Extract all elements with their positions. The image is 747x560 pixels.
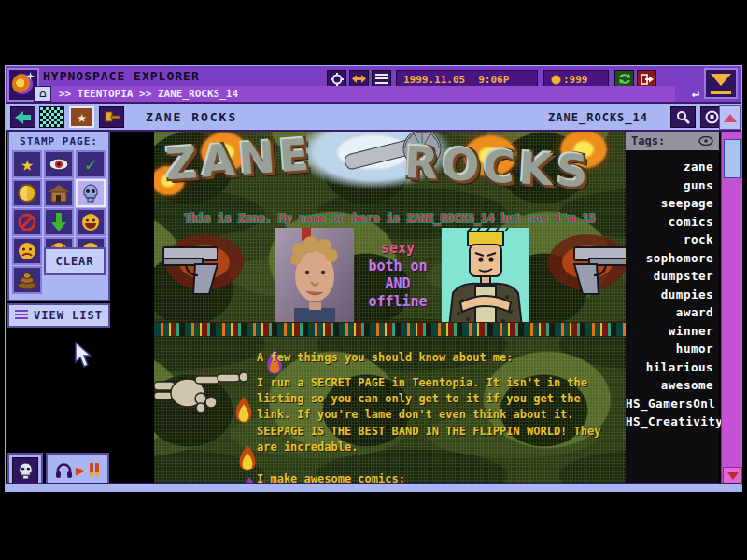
- breadcrumb[interactable]: >> TEENTOPIA >> ZANE_ROCKS_14: [51, 86, 675, 102]
- flame-icon: [233, 397, 255, 425]
- scroll-down-button[interactable]: [723, 467, 742, 484]
- scrollbar-thumb[interactable]: [724, 139, 741, 178]
- stamp-sad-face[interactable]: [12, 237, 42, 265]
- home-icon: ⌂: [39, 87, 46, 100]
- tag[interactable]: zane: [626, 158, 719, 176]
- stamp-eye[interactable]: [44, 150, 74, 178]
- tag[interactable]: guns: [626, 176, 719, 195]
- pulldown-button[interactable]: [704, 68, 738, 99]
- tags-label: Tags:: [631, 134, 665, 147]
- stamp-poop[interactable]: [12, 266, 42, 294]
- caption-line: sexy: [356, 240, 440, 258]
- date-text: 1999.11.05: [403, 74, 465, 86]
- stamp-mode-button[interactable]: ★: [69, 106, 94, 128]
- tag[interactable]: awesome: [626, 376, 719, 395]
- clear-stamps-button[interactable]: CLEAR: [44, 247, 106, 275]
- stamp-house[interactable]: [44, 179, 74, 207]
- laughing-face-icon: [81, 213, 100, 231]
- time-text: 9:06P: [478, 74, 509, 86]
- coin-icon: [18, 184, 36, 203]
- secret-page-paragraph: I run a SECRET PAGE in Teentopia. It isn…: [257, 375, 593, 423]
- stamp-panel-header: STAMP PAGE:: [9, 132, 108, 147]
- view-list-button[interactable]: VIEW LIST: [7, 303, 110, 328]
- back-arrow-icon: [15, 111, 32, 124]
- coin-icon: [551, 75, 561, 85]
- pistol-left-icon: [158, 229, 251, 301]
- flame-icon: [236, 445, 259, 473]
- stamp-skull[interactable]: [76, 179, 106, 207]
- eye-icon[interactable]: [698, 136, 713, 146]
- pause-button[interactable]: [88, 462, 99, 480]
- tag[interactable]: HS_GamersOnl: [626, 395, 719, 413]
- star-icon: ★: [77, 109, 86, 125]
- hamburger-icon: [375, 74, 388, 84]
- stamp-star[interactable]: ★: [12, 150, 42, 178]
- poop-icon: [17, 271, 37, 289]
- pattern-view-button[interactable]: [39, 106, 64, 128]
- skull-icon: [82, 184, 99, 203]
- tag-list: zane guns seepage comics rock sophomore …: [626, 150, 719, 431]
- search-button[interactable]: [670, 106, 696, 128]
- skull-well: [12, 457, 38, 483]
- pulldown-triangle-icon: [711, 74, 731, 86]
- titlebar: HYPNOSPACE EXPLORER 1999.11.05 9:06P: [6, 66, 741, 104]
- sync-arrows-icon: [618, 73, 631, 85]
- tag[interactable]: HS_Creativity: [626, 413, 719, 431]
- intro-line: This is Zane. My name on here is ZANE_RO…: [154, 212, 626, 225]
- gear-icon: [331, 73, 344, 86]
- house-icon: [49, 185, 69, 203]
- tag[interactable]: rock: [626, 231, 719, 249]
- stamp-forbidden[interactable]: [12, 208, 42, 236]
- play-button[interactable]: ▶: [76, 464, 84, 478]
- gavel-icon: [104, 110, 120, 124]
- return-arrow-icon: ↵: [692, 86, 699, 100]
- stamp-down-arrow[interactable]: [44, 208, 74, 236]
- list-icon: [15, 310, 28, 321]
- sad-face-icon: [18, 242, 36, 260]
- scroll-up-button[interactable]: [719, 105, 741, 130]
- tag[interactable]: humor: [626, 340, 719, 358]
- caption-line: offline: [356, 293, 440, 311]
- page-id: ZANE_ROCKS_14: [548, 111, 648, 124]
- tag[interactable]: seepage: [626, 194, 719, 213]
- caption-line: both on: [356, 258, 440, 275]
- tag[interactable]: comics: [626, 213, 719, 231]
- down-triangle-icon: [727, 472, 739, 480]
- stamp-check[interactable]: ✓: [76, 150, 106, 178]
- hypnospace-explorer-window: HYPNOSPACE EXPLORER 1999.11.05 9:06P: [5, 65, 742, 492]
- up-triangle-icon: [724, 114, 737, 122]
- zane-cartoon-drawing: [442, 228, 529, 328]
- home-button[interactable]: ⌂: [34, 86, 51, 102]
- report-button[interactable]: [99, 106, 124, 128]
- breadcrumb-row: ⌂ >> TEENTOPIA >> ZANE_ROCKS_14: [34, 86, 675, 102]
- webpage-content: ZANE ROCKS This is Zane. My name on here…: [154, 132, 626, 486]
- view-list-label: VIEW LIST: [34, 309, 103, 322]
- screen: HYPNOSPACE EXPLORER 1999.11.05 9:06P: [0, 0, 747, 560]
- photo-caption: sexy both on AND offline: [356, 240, 440, 311]
- tag[interactable]: dumpster: [626, 267, 719, 286]
- down-arrow-icon: [51, 213, 66, 231]
- horizontal-arrows-icon: [352, 74, 366, 84]
- stamp-panel: STAMP PAGE: ★ ✓: [7, 132, 110, 301]
- star-icon: ★: [21, 154, 33, 175]
- back-return-button[interactable]: ↵: [685, 86, 706, 102]
- mouse-cursor: [73, 342, 93, 370]
- app-title: HYPNOSPACE EXPLORER: [43, 69, 200, 83]
- caption-line: AND: [356, 275, 440, 293]
- page-scrollbar[interactable]: [721, 132, 742, 486]
- stamp-laughing-face[interactable]: [76, 208, 106, 236]
- tag[interactable]: dumpies: [626, 286, 719, 304]
- eye-icon: [49, 158, 69, 171]
- zane-photo: [275, 228, 354, 324]
- about-heading: A few things you should know about me:: [257, 350, 593, 366]
- pulldown-bar-icon: [711, 91, 731, 94]
- page-title: ZANE ROCKS: [146, 110, 237, 124]
- tag[interactable]: sophomore: [626, 249, 719, 268]
- check-icon: ✓: [85, 153, 96, 175]
- back-button[interactable]: [10, 106, 35, 128]
- tag[interactable]: hilarious: [626, 358, 719, 377]
- tag[interactable]: award winner: [626, 303, 719, 340]
- stamp-coin[interactable]: [12, 179, 42, 207]
- pistol-right-icon: [541, 229, 626, 301]
- no-sign-icon: [18, 213, 36, 231]
